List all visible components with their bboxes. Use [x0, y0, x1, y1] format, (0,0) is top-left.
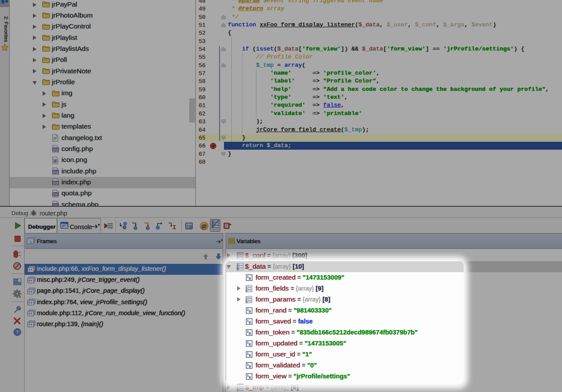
svg-text:3: 3	[237, 257, 238, 259]
svg-text:?: ?	[16, 330, 19, 335]
svg-text:php: php	[53, 181, 58, 185]
svg-text:3: 3	[237, 388, 238, 391]
svg-text:php: php	[53, 193, 58, 196]
svg-text:php: php	[53, 170, 58, 174]
svg-text:@: @	[202, 223, 207, 229]
svg-text:php: php	[53, 148, 58, 151]
